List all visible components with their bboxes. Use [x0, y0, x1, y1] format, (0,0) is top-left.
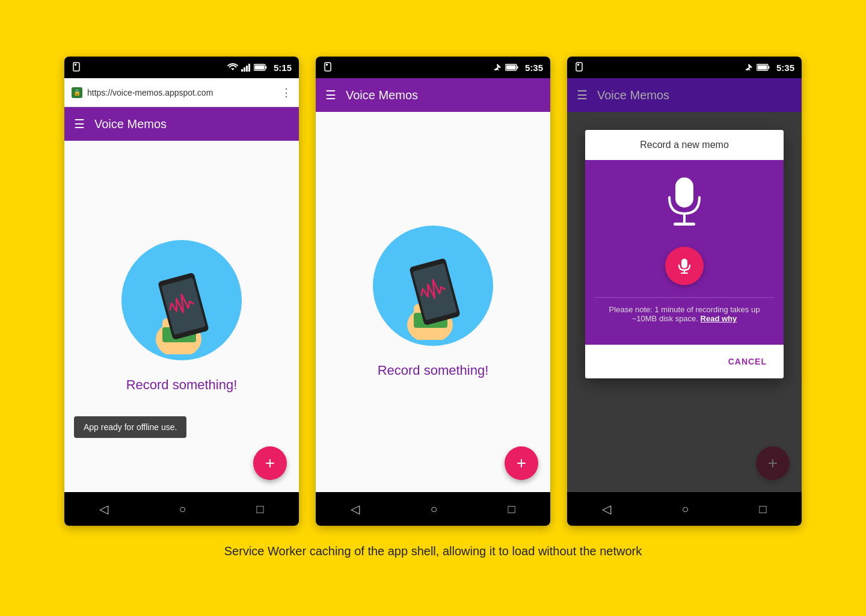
recent-btn-1[interactable]: □ — [256, 502, 263, 516]
svg-rect-32 — [674, 223, 695, 226]
phone-3: 5:35 ☰ Voice Memos Record a new memo — [567, 57, 802, 526]
nav-bar-2: ◁ ○ □ — [316, 492, 550, 526]
read-why-link[interactable]: Read why — [701, 314, 737, 323]
content-area-1: Record something! App ready for offline … — [64, 141, 299, 492]
recent-btn-2[interactable]: □ — [508, 502, 515, 516]
sim-icon-3 — [574, 62, 584, 73]
phone-2: 5:35 ☰ Voice Memos Re — [316, 57, 550, 526]
dim-overlay: Record a new memo — [567, 112, 802, 492]
mic-icon-small — [676, 257, 693, 274]
dialog-note: Please note: 1 minute of recording takes… — [595, 297, 774, 330]
battery-icon-1 — [254, 64, 267, 71]
signal-icon-1 — [241, 63, 251, 72]
hamburger-icon-3: ☰ — [577, 88, 588, 102]
app-bar-3: ☰ Voice Memos — [567, 78, 802, 112]
airplane-icon-2 — [493, 63, 502, 72]
time-2: 5:35 — [525, 63, 543, 73]
svg-rect-3 — [241, 69, 243, 72]
svg-rect-29 — [757, 66, 767, 70]
content-area-2: Record something! + — [316, 112, 550, 492]
app-bar-1: ☰ Voice Memos — [64, 107, 299, 141]
hamburger-icon-2[interactable]: ☰ — [325, 88, 336, 102]
hand-phone-svg-1 — [134, 246, 230, 354]
record-button-dialog[interactable] — [665, 247, 704, 285]
svg-rect-30 — [675, 177, 693, 208]
cancel-button[interactable]: CANCEL — [721, 352, 774, 371]
svg-rect-6 — [248, 64, 250, 72]
svg-rect-4 — [244, 67, 245, 72]
phone-1: 5:15 🔒 https://voice-memos.appspot.com ⋮… — [64, 57, 299, 526]
status-bar-2: 5:35 — [316, 57, 550, 78]
status-bar-1: 5:15 — [64, 57, 299, 78]
app-title-2: Voice Memos — [346, 88, 418, 102]
sim-icon-2 — [323, 62, 333, 73]
battery-icon-3 — [757, 64, 770, 71]
record-label-2: Record something! — [378, 363, 489, 378]
toast-1: App ready for offline use. — [74, 416, 186, 438]
svg-rect-18 — [517, 66, 518, 69]
dialog-footer: CANCEL — [585, 345, 784, 378]
record-dialog: Record a new memo — [585, 130, 784, 378]
mic-svg — [660, 174, 708, 235]
hamburger-icon-1[interactable]: ☰ — [74, 117, 85, 131]
back-btn-3[interactable]: ◁ — [602, 502, 611, 516]
app-title-1: Voice Memos — [94, 117, 167, 131]
svg-rect-5 — [246, 66, 248, 72]
url-bar[interactable]: 🔒 https://voice-memos.appspot.com ⋮ — [64, 78, 299, 107]
time-1: 5:15 — [274, 63, 292, 73]
svg-rect-35 — [681, 273, 688, 274]
dialog-title: Record a new memo — [640, 140, 729, 150]
svg-rect-28 — [768, 66, 769, 69]
fab-1[interactable]: + — [253, 446, 287, 480]
time-3: 5:35 — [776, 63, 794, 73]
home-btn-2[interactable]: ○ — [430, 502, 437, 516]
lock-icon: 🔒 — [72, 87, 82, 98]
dialog-body: Please note: 1 minute of recording takes… — [585, 160, 784, 345]
status-icons-1: 5:15 — [227, 63, 292, 73]
caption: Service Worker caching of the app shell,… — [224, 543, 642, 559]
svg-rect-26 — [577, 64, 579, 66]
nav-bar-3: ◁ ○ □ — [567, 492, 802, 526]
url-text: https://voice-memos.appspot.com — [87, 88, 276, 97]
phones-container: 5:15 🔒 https://voice-memos.appspot.com ⋮… — [64, 57, 802, 526]
back-btn-2[interactable]: ◁ — [351, 502, 360, 516]
fab-2[interactable]: + — [505, 446, 538, 480]
wifi-icon-1 — [227, 63, 238, 72]
nav-bar-1: ◁ ○ □ — [64, 492, 299, 526]
svg-rect-1 — [75, 64, 76, 66]
dialog-header: Record a new memo — [585, 130, 784, 160]
hand-phone-svg-2 — [385, 232, 481, 340]
status-bar-3: 5:35 — [567, 57, 802, 78]
app-bar-2: ☰ Voice Memos — [316, 78, 550, 112]
record-label-1: Record something! — [126, 377, 238, 393]
more-options-icon[interactable]: ⋮ — [281, 86, 292, 99]
svg-rect-8 — [265, 66, 266, 69]
app-title-3: Voice Memos — [597, 88, 669, 102]
back-btn-1[interactable]: ◁ — [99, 502, 108, 516]
svg-rect-33 — [681, 259, 687, 268]
airplane-icon-3 — [744, 63, 754, 72]
content-area-3: Record a new memo — [567, 112, 802, 492]
svg-rect-16 — [326, 64, 328, 66]
sim-icon-1 — [72, 62, 81, 73]
battery-icon-2 — [505, 64, 518, 71]
microphone-illustration — [660, 174, 708, 235]
status-icons-2: 5:35 — [493, 63, 543, 73]
status-icons-3: 5:35 — [744, 63, 794, 73]
recent-btn-3[interactable]: □ — [759, 502, 766, 516]
home-btn-3[interactable]: ○ — [681, 502, 689, 516]
svg-rect-19 — [506, 66, 515, 70]
illustration-circle-2 — [373, 226, 493, 346]
illustration-circle-1 — [121, 240, 242, 360]
svg-rect-9 — [254, 66, 264, 70]
home-btn-1[interactable]: ○ — [179, 502, 186, 516]
svg-marker-2 — [231, 69, 235, 71]
